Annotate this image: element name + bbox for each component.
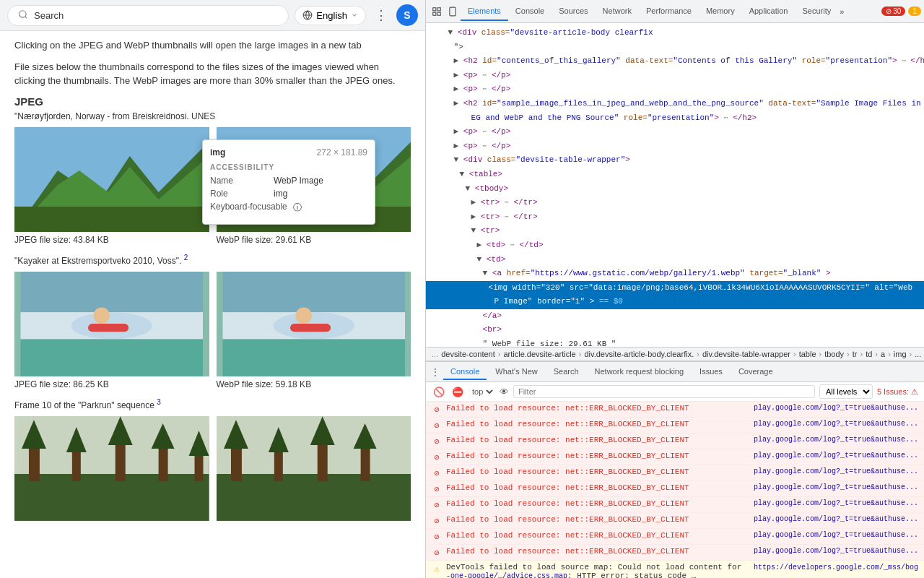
breadcrumb-table-wrapper[interactable]: div.devsite-table-wrapper [702,350,790,358]
console-tab-console[interactable]: Console [443,364,487,380]
html-line-21[interactable]: " WebP file size: 29.61 KB " [426,337,924,347]
msg-link-9[interactable]: play.google.com/log?_t=true&authuse... [754,531,918,539]
language-button[interactable]: English [295,6,366,25]
error-icon-4: ⊘ [432,452,442,462]
html-line-3[interactable]: ▶ <h2 id="contents_of_this_gallery" data… [426,54,924,69]
html-line-20[interactable]: <br> [426,323,924,337]
console-pause-button[interactable]: ⛔ [450,385,465,399]
msg-link-2[interactable]: play.google.com/log?_t=true&authuse... [754,420,918,428]
html-line-6[interactable]: ▶ <h2 id="sample_image_files_in_jpeg_and… [426,97,924,111]
html-line-5[interactable]: ▶ <p> ⋯ </p> [426,82,924,97]
tab-memory[interactable]: Memory [699,2,742,21]
html-line-16[interactable]: ▼ <td> [426,253,924,267]
error-icon-3: ⊘ [432,436,442,447]
breadcrumb-div-body[interactable]: div.devsite-article-body.clearfix. [584,350,694,358]
console-eye-button[interactable]: 👁 [500,387,509,397]
html-line-18-highlighted[interactable]: <img width="320" src="data:image/png;bas… [426,281,924,296]
devtools-inspect-button[interactable] [429,4,445,20]
search-bar[interactable]: Search [7,5,289,26]
msg-link-1[interactable]: play.google.com/log?_t=true&authuse... [754,404,918,412]
msg-link-5[interactable]: play.google.com/log?_t=true&authuse... [754,467,918,475]
console-clear-button[interactable]: 🚫 [432,385,446,399]
webp-file-size-2: WebP file size: 59.18 KB [217,379,411,389]
jpeg-image-2 [14,272,209,376]
expand-arrow[interactable]: ▼ [448,28,453,37]
msg-link-7[interactable]: play.google.com/log?_t=true&authuse... [754,499,918,507]
breadcrumb-tbody[interactable]: tbody [824,350,844,358]
breadcrumb-ellipsis[interactable]: ... [915,350,921,358]
image-row-3 [14,416,411,521]
breadcrumb-a[interactable]: a [881,350,885,358]
language-label: English [316,10,347,21]
jpeg-image-cell-2: JPEG file size: 86.25 KB [14,272,209,389]
html-line-6b[interactable]: EG and WebP and the PNG Source" role="pr… [426,111,924,126]
html-line-1[interactable]: ▼ <div class="devsite-article-body clear… [426,26,924,40]
msg-link-6[interactable]: play.google.com/log?_t=true&authuse... [754,483,918,491]
console-tab-coverage[interactable]: Coverage [731,364,780,380]
svg-rect-16 [88,324,128,332]
console-tab-whats-new[interactable]: What's New [488,364,544,380]
console-tab-network-blocking[interactable]: Network request blocking [588,364,692,380]
caption-3-ref[interactable]: 3 [157,398,161,406]
console-tab-issues[interactable]: Issues [692,364,730,380]
msg-text-6: Failed to load resource: net::ERR_BLOCKE… [446,483,746,492]
html-line-15[interactable]: ▶ <td> ⋯ </td> [426,238,924,253]
warning-badge[interactable]: 1 [908,7,921,16]
tooltip-name-value: WebP Image [274,176,323,186]
html-line-4[interactable]: ▶ <p> ⋯ </p> [426,69,924,83]
console-tab-search[interactable]: Search [546,364,586,380]
html-line-7[interactable]: ▶ <p> ⋯ </p> [426,125,924,139]
context-selector[interactable]: top [469,387,495,397]
expand-arrow-2[interactable]: ▶ [454,56,459,65]
breadcrumb-devsite-content[interactable]: devsite-content [441,350,495,358]
html-line-12[interactable]: ▶ <tr> ⋯ </tr> [426,196,924,210]
tab-security[interactable]: Security [795,2,838,21]
tab-console[interactable]: Console [508,2,552,21]
console-msg-9: ⊘ Failed to load resource: net::ERR_BLOC… [426,529,924,545]
error-badge[interactable]: ⊘ 30 [881,7,905,16]
jpeg-image-3 [14,416,209,521]
html-line-11[interactable]: ▼ <tbody> [426,182,924,197]
breadcrumb-article[interactable]: article.devsite-article [503,350,575,358]
devtools-device-button[interactable] [445,4,461,20]
html-line-10[interactable]: ▼ <table> [426,168,924,182]
breadcrumb-table[interactable]: table [799,350,816,358]
tooltip-tag: img [210,147,225,158]
msg-link-4[interactable]: play.google.com/log?_t=true&authuse... [754,452,918,460]
console-messages-list: ⊘ Failed to load resource: net::ERR_BLOC… [426,402,924,578]
tabs-overflow-button[interactable]: » [840,7,844,16]
tab-performance[interactable]: Performance [639,2,699,21]
caption-2-ref[interactable]: 2 [184,254,188,262]
warning-count: 1 [912,7,917,15]
devtools-tab-bar: Elements Console Sources Network Perform… [426,0,924,23]
msg-link-10[interactable]: play.google.com/log?_t=true&authuse... [754,547,918,555]
html-line-9[interactable]: ▼ <div class="devsite-table-wrapper"> [426,153,924,168]
html-line-14[interactable]: ▼ <tr> [426,224,924,238]
msg-text-warning: DevTools failed to load source map: Coul… [446,563,918,578]
filter-input[interactable] [513,385,815,398]
browser-toolbar: Search English ⋮ S [0,0,425,31]
msg-link-8[interactable]: play.google.com/log?_t=true&authuse... [754,515,918,523]
html-line-13[interactable]: ▶ <tr> ⋯ </tr> [426,210,924,225]
webp-file-size-1: WebP file size: 29.61 KB [217,235,411,245]
html-line-2[interactable]: "> [426,40,924,55]
console-tab-options[interactable]: ⋮ [429,366,442,379]
levels-select[interactable]: All levels [819,384,873,399]
page-content-area: img 272 × 181.89 ACCESSIBILITY Name WebP… [0,31,425,532]
tab-sources[interactable]: Sources [552,2,595,21]
msg-link-3[interactable]: play.google.com/log?_t=true&authuse... [754,436,918,444]
more-options-button[interactable]: ⋮ [372,4,391,26]
breadcrumb-tr[interactable]: tr [853,350,858,358]
html-line-19[interactable]: </a> [426,309,924,324]
tooltip-section-title: ACCESSIBILITY [210,163,367,171]
warning-link[interactable]: https://developers.google.com/_mss/bog-o… [446,564,918,578]
error-icon-7: ⊘ [432,500,442,510]
tab-elements[interactable]: Elements [461,2,508,21]
tab-network[interactable]: Network [596,2,639,21]
html-line-18b-highlighted[interactable]: P Image" border="1" > == $0 [426,295,924,309]
breadcrumb-img[interactable]: img [894,350,907,358]
tab-application[interactable]: Application [742,2,796,21]
breadcrumb-td[interactable]: td [866,350,872,358]
html-line-17[interactable]: ▼ <a href="https://www.gstatic.com/webp/… [426,267,924,281]
html-line-8[interactable]: ▶ <p> ⋯ </p> [426,139,924,154]
